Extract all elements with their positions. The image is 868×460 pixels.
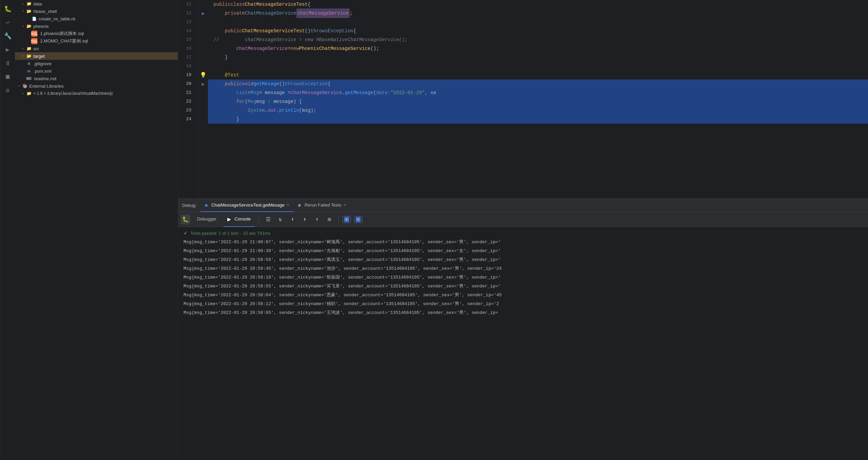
run-icon[interactable]: ▶: [2, 43, 14, 56]
left-icon-bar: 🐛 ↩ 🔧 ▶ ⏸ ⏹ ⚙: [0, 0, 15, 460]
line-num-24: 24: [178, 115, 194, 124]
settings-icon[interactable]: 🔧: [2, 30, 14, 42]
code-line-16: chatMessageService = new PhoenixChatMess…: [208, 44, 868, 53]
expand-btn[interactable]: ⊞: [325, 215, 334, 224]
token: chatMessageService: [291, 88, 342, 97]
arrow-icon: [16, 83, 22, 89]
run-gutter-icon: ▶: [202, 11, 205, 16]
line-num-16: 16: [178, 44, 194, 53]
sort-btn[interactable]: ⇅: [276, 215, 285, 224]
code-content: public class ChatMessageServiceTest { pr…: [208, 0, 868, 198]
debug-mode-btn[interactable]: 🐛: [181, 215, 190, 224]
line-num-14: 14: [178, 26, 194, 35]
sidebar-item-gitignore[interactable]: ⚙ .gitignore: [15, 60, 178, 67]
token: msg : message) {: [256, 97, 302, 106]
sidebar-item-create-ns-table[interactable]: 📄 create_ns_table.rb: [15, 15, 178, 22]
token: @Test: [213, 71, 239, 79]
sidebar-item-java18[interactable]: 📁 < 1.8 > /Library/Java/JavaVirtualMachi…: [15, 90, 178, 97]
token: public: [225, 79, 242, 88]
java-folder-icon: 📁: [26, 90, 32, 96]
gutter-16: [198, 44, 208, 53]
dot-icon[interactable]: ⚙: [2, 84, 14, 96]
checkbox-v[interactable]: ✓: [343, 216, 351, 223]
debug-tab-close2[interactable]: ✕: [343, 203, 346, 207]
token: class: [230, 0, 245, 9]
sidebar-item-src[interactable]: 📁 src: [15, 45, 178, 52]
console-line-4: Msg{msg_time='2022-01-29 20:59:45', send…: [178, 264, 868, 273]
token: .: [276, 106, 279, 115]
token: public: [213, 0, 230, 9]
sidebar-item-label: target: [33, 54, 45, 59]
folder-orange-icon: 📂: [26, 53, 32, 59]
arrow-icon: [20, 91, 26, 96]
token: List: [236, 88, 248, 97]
code-line-11: public class ChatMessageServiceTest {: [208, 0, 868, 9]
code-line-14: public ChatMessageServiceTest() throws E…: [208, 26, 868, 35]
sidebar-item-sql2[interactable]: SQL 2.MOMO_CHAT案例.sql: [15, 37, 178, 45]
line-num-21: 21: [178, 88, 194, 97]
sidebar-item-hbase-shell[interactable]: 📂 hbase_shell: [15, 7, 178, 15]
sidebar-item-label: data: [33, 1, 42, 6]
checkbox-check[interactable]: ✓: [354, 216, 362, 223]
editor-area: 11 12 13 14 15 16 17 18 19 20 21 22 23 2…: [178, 0, 868, 460]
token: System: [248, 106, 265, 115]
sidebar-item-data[interactable]: 📁 data: [15, 0, 178, 7]
lightbulb-icon: 💡: [200, 72, 207, 78]
code-line-22: for (Msg msg : message) {: [208, 97, 868, 106]
throws-keyword2: throws: [285, 79, 302, 88]
console-toolbar: 🐛 Debugger ▶ Console ☰ ⇅ ⬇ ⬆ ⬆ ⊞: [178, 212, 868, 227]
token: ;: [350, 9, 352, 18]
token: private: [225, 9, 245, 18]
tab-debugger-label: Debugger: [197, 216, 216, 222]
tab-debugger[interactable]: Debugger: [193, 212, 221, 227]
arrow-icon: [20, 23, 26, 29]
token: (: [374, 88, 376, 97]
folder-icon: 📂: [26, 8, 32, 14]
code-view: 11 12 13 14 15 16 17 18 19 20 21 22 23 2…: [178, 0, 868, 198]
code-line-13: [208, 18, 868, 26]
arrow-icon: [20, 8, 26, 14]
sidebar-item-ext-libs[interactable]: 📚 External Libraries: [15, 82, 178, 90]
console-line-5: Msg{msg_time='2022-01-29 20:58:18', send…: [178, 273, 868, 282]
bug-icon[interactable]: 🐛: [2, 3, 14, 15]
sidebar-item-pheonix[interactable]: 📂 pheonix: [15, 22, 178, 30]
pause-icon[interactable]: ⏸: [2, 57, 14, 69]
debug-tab-close[interactable]: ✕: [287, 203, 290, 207]
code-line-21: List<Msg> message = chatMessageService.g…: [208, 88, 868, 97]
token: [213, 88, 236, 97]
download-btn[interactable]: ⬇: [288, 215, 297, 224]
stop-icon[interactable]: ⏹: [2, 71, 14, 83]
tab-console[interactable]: ▶ Console: [223, 212, 255, 227]
md-file-icon: MD: [26, 75, 32, 82]
sidebar-item-sql1[interactable]: SQL 1.phoenix测试脚本.sql: [15, 30, 178, 37]
console-status: ✔ Tests passed: 1 of 1 test – 23 sec 741…: [178, 228, 868, 238]
line-num-22: 22: [178, 97, 194, 106]
history-icon[interactable]: ↩: [2, 16, 14, 29]
sidebar-item-target[interactable]: 📂 target: [15, 52, 178, 60]
line-num-20: 20: [178, 79, 194, 88]
filter-btn[interactable]: ⬆: [312, 215, 322, 224]
token: void: [242, 79, 254, 88]
code-line-18: [208, 62, 868, 71]
list-view-btn[interactable]: ☰: [263, 215, 273, 224]
token: [213, 9, 225, 18]
debug-run-icon: ▶: [202, 81, 205, 87]
console-line-2: Msg{msg_time='2022-01-29 21:00:30', send…: [178, 247, 868, 255]
line-num-15: 15: [178, 35, 194, 44]
token: , se: [425, 88, 436, 97]
upload-btn[interactable]: ⬆: [300, 215, 310, 224]
token: {: [328, 79, 330, 88]
gutter-20: ▶: [198, 79, 208, 88]
debug-tab-chat-test[interactable]: ◆ ChatMessageServiceTest.getMesage ✕: [201, 198, 294, 212]
sidebar-item-label: hbase_shell: [33, 9, 57, 14]
sidebar-item-readme[interactable]: MD readme.md: [15, 75, 178, 82]
sql-file-icon2: SQL: [31, 38, 37, 44]
token: chatMessageService: [236, 44, 288, 53]
debug-tab-rerun[interactable]: ◆ Rerun Failed Tests ✕: [294, 198, 350, 212]
token: {: [353, 26, 356, 35]
sidebar-item-pom[interactable]: m pom.xml: [15, 67, 178, 75]
token: Msg: [250, 88, 259, 97]
gutter-23: [198, 106, 208, 115]
gutter-14: [198, 26, 208, 35]
console-line-9: Msg{msg_time='2022-01-29 20:58:05', send…: [178, 308, 868, 317]
